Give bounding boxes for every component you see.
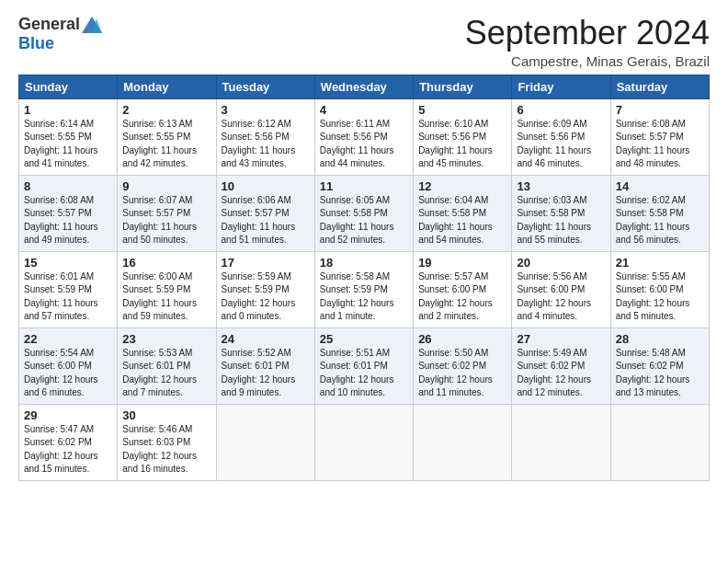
calendar-cell: 14Sunrise: 6:02 AMSunset: 5:58 PMDayligh… (610, 175, 709, 251)
calendar-cell: 1Sunrise: 6:14 AMSunset: 5:55 PMDaylight… (19, 98, 118, 175)
day-info: Sunrise: 6:06 AMSunset: 5:57 PMDaylight:… (222, 194, 310, 247)
calendar-cell (216, 404, 314, 480)
day-info: Sunrise: 6:10 AMSunset: 5:56 PMDaylight:… (418, 118, 506, 171)
day-info: Sunrise: 5:47 AMSunset: 6:02 PMDaylight:… (24, 423, 112, 477)
day-info: Sunrise: 6:11 AMSunset: 5:56 PMDaylight:… (320, 118, 408, 171)
day-number: 26 (418, 332, 506, 346)
day-number: 6 (517, 103, 605, 117)
day-number: 17 (222, 256, 310, 270)
location-title: Campestre, Minas Gerais, Brazil (465, 53, 710, 69)
calendar-cell: 21Sunrise: 5:55 AMSunset: 6:00 PMDayligh… (610, 251, 709, 327)
title-block: September 2024 Campestre, Minas Gerais, … (465, 15, 710, 69)
calendar-cell: 26Sunrise: 5:50 AMSunset: 6:02 PMDayligh… (414, 327, 512, 404)
calendar-cell: 3Sunrise: 6:12 AMSunset: 5:56 PMDaylight… (216, 98, 314, 175)
day-number: 19 (418, 256, 506, 270)
calendar-cell (610, 404, 709, 480)
day-number: 30 (122, 408, 210, 422)
weekday-header-saturday: Saturday (610, 75, 709, 98)
day-number: 14 (616, 179, 704, 193)
page: General Blue September 2024 Campestre, M… (0, 0, 728, 563)
calendar-week-row: 22Sunrise: 5:54 AMSunset: 6:00 PMDayligh… (19, 327, 710, 404)
day-number: 25 (320, 332, 408, 346)
day-number: 28 (616, 332, 704, 346)
day-info: Sunrise: 5:55 AMSunset: 6:00 PMDaylight:… (616, 270, 704, 324)
calendar-cell: 22Sunrise: 5:54 AMSunset: 6:00 PMDayligh… (19, 327, 118, 404)
calendar-cell: 13Sunrise: 6:03 AMSunset: 5:58 PMDayligh… (512, 175, 610, 251)
calendar-cell: 29Sunrise: 5:47 AMSunset: 6:02 PMDayligh… (19, 404, 118, 480)
day-number: 24 (222, 332, 310, 346)
calendar-cell (512, 404, 610, 480)
day-number: 11 (320, 179, 408, 193)
day-number: 22 (24, 332, 112, 346)
weekday-header-thursday: Thursday (414, 75, 512, 98)
calendar-week-row: 29Sunrise: 5:47 AMSunset: 6:02 PMDayligh… (19, 404, 710, 480)
day-info: Sunrise: 6:04 AMSunset: 5:58 PMDaylight:… (418, 194, 506, 247)
calendar-cell: 8Sunrise: 6:08 AMSunset: 5:57 PMDaylight… (19, 175, 118, 251)
calendar-week-row: 8Sunrise: 6:08 AMSunset: 5:57 PMDaylight… (19, 175, 710, 251)
day-info: Sunrise: 5:53 AMSunset: 6:01 PMDaylight:… (122, 347, 210, 400)
day-info: Sunrise: 6:08 AMSunset: 5:57 PMDaylight:… (616, 118, 704, 171)
logo-icon (82, 17, 102, 33)
day-info: Sunrise: 5:51 AMSunset: 6:01 PMDaylight:… (320, 347, 408, 400)
weekday-header-sunday: Sunday (19, 75, 118, 98)
day-number: 27 (517, 332, 605, 346)
day-info: Sunrise: 5:59 AMSunset: 5:59 PMDaylight:… (222, 270, 310, 324)
calendar-cell: 24Sunrise: 5:52 AMSunset: 6:01 PMDayligh… (216, 327, 314, 404)
day-info: Sunrise: 6:02 AMSunset: 5:58 PMDaylight:… (616, 194, 704, 247)
day-info: Sunrise: 6:00 AMSunset: 5:59 PMDaylight:… (122, 270, 210, 324)
day-number: 15 (24, 256, 112, 270)
weekday-header-friday: Friday (512, 75, 610, 98)
calendar-cell: 17Sunrise: 5:59 AMSunset: 5:59 PMDayligh… (216, 251, 314, 327)
day-number: 12 (418, 179, 506, 193)
day-info: Sunrise: 6:01 AMSunset: 5:59 PMDaylight:… (24, 270, 112, 324)
calendar-cell: 11Sunrise: 6:05 AMSunset: 5:58 PMDayligh… (314, 175, 413, 251)
calendar-cell: 2Sunrise: 6:13 AMSunset: 5:55 PMDaylight… (118, 98, 216, 175)
day-number: 18 (320, 256, 408, 270)
day-info: Sunrise: 5:48 AMSunset: 6:02 PMDaylight:… (616, 347, 704, 400)
month-title: September 2024 (465, 15, 710, 52)
day-number: 8 (24, 179, 112, 193)
calendar-cell: 23Sunrise: 5:53 AMSunset: 6:01 PMDayligh… (118, 327, 216, 404)
day-number: 21 (616, 256, 704, 270)
day-info: Sunrise: 6:13 AMSunset: 5:55 PMDaylight:… (122, 118, 210, 171)
day-info: Sunrise: 5:58 AMSunset: 5:59 PMDaylight:… (320, 270, 408, 324)
calendar-cell (414, 404, 512, 480)
weekday-header-monday: Monday (118, 75, 216, 98)
calendar-cell: 25Sunrise: 5:51 AMSunset: 6:01 PMDayligh… (314, 327, 413, 404)
day-number: 4 (320, 103, 408, 117)
calendar-week-row: 1Sunrise: 6:14 AMSunset: 5:55 PMDaylight… (19, 98, 710, 175)
day-info: Sunrise: 6:08 AMSunset: 5:57 PMDaylight:… (24, 194, 112, 247)
day-info: Sunrise: 5:49 AMSunset: 6:02 PMDaylight:… (517, 347, 605, 400)
calendar-cell: 12Sunrise: 6:04 AMSunset: 5:58 PMDayligh… (414, 175, 512, 251)
weekday-header-row: SundayMondayTuesdayWednesdayThursdayFrid… (19, 75, 710, 98)
day-number: 3 (222, 103, 310, 117)
calendar-cell (314, 404, 413, 480)
calendar-cell: 19Sunrise: 5:57 AMSunset: 6:00 PMDayligh… (414, 251, 512, 327)
day-number: 1 (24, 103, 112, 117)
day-info: Sunrise: 5:54 AMSunset: 6:00 PMDaylight:… (24, 347, 112, 400)
day-info: Sunrise: 6:12 AMSunset: 5:56 PMDaylight:… (222, 118, 310, 171)
day-info: Sunrise: 6:05 AMSunset: 5:58 PMDaylight:… (320, 194, 408, 247)
calendar-cell: 27Sunrise: 5:49 AMSunset: 6:02 PMDayligh… (512, 327, 610, 404)
day-number: 2 (122, 103, 210, 117)
header: General Blue September 2024 Campestre, M… (18, 15, 710, 69)
calendar-cell: 18Sunrise: 5:58 AMSunset: 5:59 PMDayligh… (314, 251, 413, 327)
day-number: 20 (517, 256, 605, 270)
weekday-header-tuesday: Tuesday (216, 75, 314, 98)
day-number: 13 (517, 179, 605, 193)
logo-blue-text: Blue (18, 34, 54, 53)
day-info: Sunrise: 6:07 AMSunset: 5:57 PMDaylight:… (122, 194, 210, 247)
day-number: 7 (616, 103, 704, 117)
day-number: 16 (122, 256, 210, 270)
calendar-week-row: 15Sunrise: 6:01 AMSunset: 5:59 PMDayligh… (19, 251, 710, 327)
day-info: Sunrise: 6:14 AMSunset: 5:55 PMDaylight:… (24, 118, 112, 171)
calendar-cell: 6Sunrise: 6:09 AMSunset: 5:56 PMDaylight… (512, 98, 610, 175)
calendar-cell: 16Sunrise: 6:00 AMSunset: 5:59 PMDayligh… (118, 251, 216, 327)
day-number: 10 (222, 179, 310, 193)
day-info: Sunrise: 5:56 AMSunset: 6:00 PMDaylight:… (517, 270, 605, 324)
weekday-header-wednesday: Wednesday (314, 75, 413, 98)
day-number: 23 (122, 332, 210, 346)
calendar-cell: 4Sunrise: 6:11 AMSunset: 5:56 PMDaylight… (314, 98, 413, 175)
calendar-cell: 10Sunrise: 6:06 AMSunset: 5:57 PMDayligh… (216, 175, 314, 251)
calendar-cell: 20Sunrise: 5:56 AMSunset: 6:00 PMDayligh… (512, 251, 610, 327)
